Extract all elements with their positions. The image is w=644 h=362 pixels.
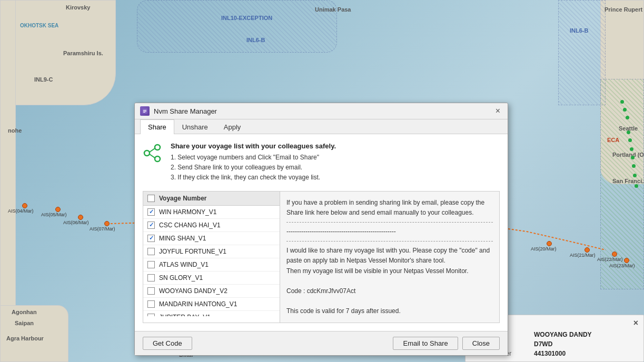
voyage-checkbox-1[interactable] (147, 222, 155, 229)
map-label-prince-rupert: Prince Rupert (605, 6, 642, 13)
map-label-inl10: INL10-EXCEPTION (221, 15, 272, 21)
voyage-checkbox-8[interactable] (147, 314, 155, 316)
ais-label-8: AIS(23/Mar) (609, 263, 635, 268)
svg-line-8 (150, 154, 155, 158)
voyage-checkbox-0[interactable] (147, 208, 155, 216)
select-all-checkbox[interactable] (147, 195, 155, 202)
tab-unshare[interactable]: Unshare (174, 119, 216, 134)
green-dot-10 (635, 184, 638, 188)
voyage-list-header: Voyage Number (143, 192, 280, 206)
info-panel-close-icon[interactable]: × (633, 318, 638, 328)
map-label-inl6b-2: INL6-B (570, 27, 588, 34)
voyage-checkbox-5[interactable] (147, 274, 155, 281)
map-label-kirovsky: Kirovsky (66, 4, 90, 11)
ais-label-5: AIS(20/Mar) (531, 246, 557, 252)
map-label-inl9c: INL9-C (34, 76, 53, 83)
voyage-item[interactable]: JOYFUL FORTUNE_V1 (143, 245, 280, 258)
map-label-eca: ECA (607, 137, 619, 143)
map-label-inl6b-1: INL6-B (246, 37, 265, 43)
voyage-item[interactable]: SN GLORY_V1 (143, 272, 280, 285)
green-dot-8 (632, 164, 636, 168)
map-label-agonhan: Agonhan (12, 309, 37, 315)
green-dot-4 (627, 130, 630, 134)
voyage-item[interactable]: MANDARIN HANTONG_V1 (143, 298, 280, 311)
green-dot-1 (620, 100, 624, 104)
voyage-name-3: JOYFUL FORTUNE_V1 (159, 248, 226, 255)
svg-rect-3 (143, 112, 145, 113)
ais-dot-6 (584, 247, 590, 253)
map-label-nohe: nohe (8, 127, 22, 134)
ais-label-3: AIS(06/Mar) (63, 220, 89, 225)
voyage-item[interactable]: JUPITER BAY_V1 (143, 311, 280, 316)
map-label-agra: Agra Harbour (6, 335, 44, 341)
voyage-checkbox-6[interactable] (147, 287, 155, 295)
message-body: I would like to share my voyage list wit… (286, 246, 493, 276)
intro-step2: 2. Send Share link to your colleagues by… (171, 163, 336, 173)
dialog-close-button[interactable]: × (493, 107, 502, 115)
voyage-name-8: JUPITER BAY_V1 (159, 314, 211, 316)
voyage-list-scroll[interactable]: WIN HARMONY_V1CSC CHANG HAI_V1MING SHAN_… (143, 206, 280, 316)
ais-label-6: AIS(21/Mar) (570, 253, 596, 258)
dialog-icon (140, 106, 150, 116)
ais-dot-4 (104, 221, 110, 226)
ais-dot-8 (624, 258, 629, 263)
dialog-tabs: Share Unshare Apply (135, 119, 508, 134)
share-icon (143, 143, 163, 163)
close-dialog-button[interactable]: Close (462, 337, 500, 350)
map-label-sanfrancisco: San Franci... (612, 178, 644, 184)
message-divider-1 (286, 222, 493, 223)
svg-rect-1 (143, 110, 146, 110)
mmsi-value: 441301000 (534, 350, 566, 357)
svg-point-6 (155, 156, 160, 162)
message-divider-text: ----------------------------------------… (286, 227, 493, 237)
intro-step1: 1. Select voyage numbers and Click "Emai… (171, 153, 336, 163)
get-code-button[interactable]: Get Code (143, 337, 192, 350)
green-dot-9 (633, 174, 637, 177)
map-label-saipan: Saipan (15, 320, 34, 326)
callsign-value: D7WD (534, 340, 552, 348)
message-panel: If you have a problem in sending sharing… (280, 192, 499, 323)
voyage-item[interactable]: WOOYANG DANDY_V2 (143, 285, 280, 298)
tab-share[interactable]: Share (140, 119, 174, 134)
voyage-item[interactable]: CSC CHANG HAI_V1 (143, 219, 280, 232)
map-label-okhotsk: OKHOTSK SEA (20, 23, 58, 28)
intro-title: Share your voyage list with your colleag… (171, 142, 336, 150)
svg-rect-2 (143, 111, 146, 112)
voyage-name-6: WOOYANG DANDY_V2 (159, 287, 227, 295)
green-dot-6 (630, 147, 633, 151)
voyage-checkbox-7[interactable] (147, 300, 155, 308)
voyage-item[interactable]: MING SHAN_V1 (143, 232, 280, 245)
voyage-name-5: SN GLORY_V1 (159, 274, 203, 281)
green-dot-7 (631, 156, 635, 159)
ais-label-4: AIS(07/Mar) (90, 226, 115, 232)
voyage-list-header-label: Voyage Number (159, 195, 206, 202)
voyage-item[interactable]: WIN HARMONY_V1 (143, 206, 280, 219)
message-line1: If you have a problem in sending sharing… (286, 198, 493, 208)
dialog-footer: Get Code Email to Share Close (135, 331, 508, 355)
email-to-share-button[interactable]: Email to Share (393, 337, 458, 350)
dialog-titlebar: Nvm Share Manager × (135, 103, 508, 119)
green-dot-3 (626, 116, 629, 119)
map-label-portland: Portland (Or. (612, 152, 644, 158)
dialog-body: Share your voyage list with your colleag… (135, 134, 508, 331)
dialog-content: Voyage Number WIN HARMONY_V1CSC CHANG HA… (143, 191, 500, 324)
intro-step3: 3. If they click the link, they can chec… (171, 173, 336, 183)
dialog-title: Nvm Share Manager (154, 107, 217, 115)
ais-dot-2 (55, 207, 61, 212)
svg-point-5 (144, 150, 150, 156)
voyage-name-7: MANDARIN HANTONG_V1 (159, 300, 237, 308)
voyage-checkbox-3[interactable] (147, 248, 155, 255)
ais-label-1: AIS(04/Mar) (8, 208, 34, 214)
voyage-item[interactable]: ATLAS WIND_V1 (143, 258, 280, 272)
ais-dot-3 (78, 215, 83, 220)
ais-label-7: AIS(22/Mar) (597, 257, 623, 262)
voyage-checkbox-2[interactable] (147, 235, 155, 242)
svg-point-4 (155, 145, 160, 150)
map-label-paramshiru: Paramshiru Is. (63, 50, 103, 56)
tab-apply[interactable]: Apply (216, 119, 249, 134)
voyage-checkbox-4[interactable] (147, 261, 155, 268)
share-manager-dialog: Nvm Share Manager × Share Unshare Apply … (134, 103, 508, 356)
green-dot-2 (623, 108, 627, 112)
ais-dot-1 (22, 203, 27, 208)
voyage-name-0: WIN HARMONY_V1 (159, 208, 216, 216)
